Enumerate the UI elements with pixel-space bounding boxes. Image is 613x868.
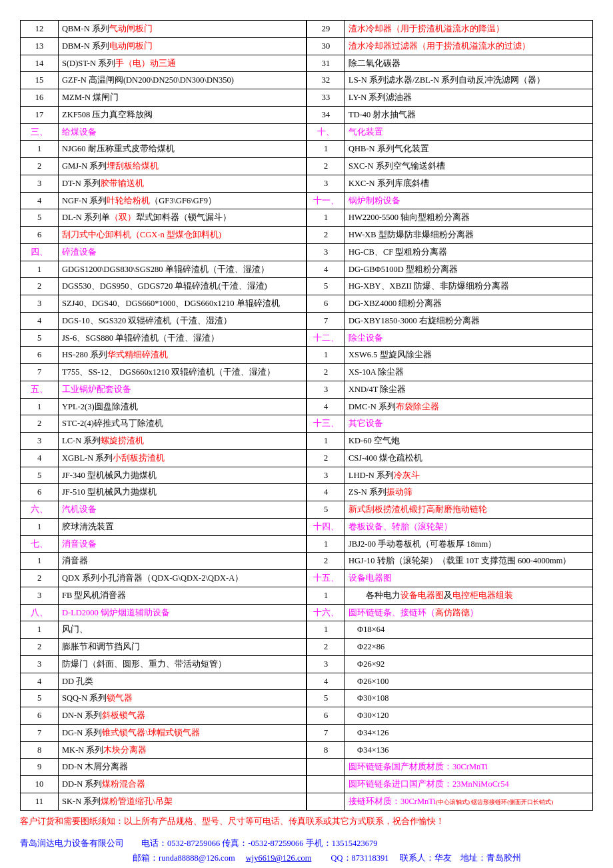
table-row: 十六、圆环链链条、接链环（高仿路德） bbox=[307, 604, 593, 621]
text-span: ZS-N 系列 bbox=[348, 487, 386, 497]
row-number: 5 bbox=[21, 209, 59, 227]
row-content: XGBL-N 系列小刮板捞渣机 bbox=[59, 449, 306, 467]
row-content: GZF-N 高温闸阀(DN200\DN250\DN300\DN350) bbox=[59, 72, 306, 89]
row-content: XND/4T 除尘器 bbox=[345, 381, 593, 398]
text-span: XND/4T 除尘器 bbox=[348, 385, 406, 394]
table-row: 6 Φ30×120 bbox=[307, 707, 593, 725]
table-row: 3SZJ40、DGS40、DGS660*1000、DGS660x1210 单辊碎… bbox=[21, 295, 306, 313]
row-number: 3 bbox=[307, 381, 345, 398]
row-content: D-LD2000 锅炉烟道辅助设备 bbox=[59, 604, 306, 621]
text-span: DL-N 系列单 bbox=[62, 213, 110, 222]
text-span: DBM-N 系列 bbox=[62, 41, 109, 51]
row-number: 3 bbox=[307, 243, 345, 261]
row-number bbox=[307, 793, 345, 810]
table-row: 1YPL-2(3)圆盘除渣机 bbox=[21, 398, 306, 415]
row-number: 4 bbox=[21, 192, 59, 209]
right-table: 29渣水冷却器（用于捞渣机溢流水的降温）30渣水冷却器过滤器（用于捞渣机溢流水的… bbox=[306, 20, 593, 811]
text-span: 客户订货和需要图纸须知：以上所有产品规格、型号、尺寸等可电话、传真联系或其它方式… bbox=[20, 817, 444, 826]
table-row: 15GZF-N 高温闸阀(DN200\DN250\DN300\DN350) bbox=[21, 72, 306, 89]
row-number: 2 bbox=[307, 227, 345, 244]
row-number: 四、 bbox=[21, 243, 59, 261]
text-span: 渣水冷却器过滤器（用于捞渣机溢流水的过滤） bbox=[348, 41, 530, 51]
row-content: ZKF508 压力真空释放阀 bbox=[59, 106, 306, 123]
row-number: 4 bbox=[307, 673, 345, 690]
row-content: 给煤设备 bbox=[59, 123, 306, 141]
email-link[interactable]: wjy6619@126.com bbox=[246, 853, 312, 863]
row-content: GDGS1200\DGS830\SGS280 单辊碎渣机（干渣、湿渣） bbox=[59, 261, 306, 278]
table-row: 2XS-10A 除尘器 bbox=[307, 364, 593, 381]
table-row: 17ZKF508 压力真空释放阀 bbox=[21, 106, 306, 123]
table-row: 1HW2200-5500 轴向型粗粉分离器 bbox=[307, 209, 593, 227]
row-content: GMJ-N 系列埋刮板给煤机 bbox=[59, 158, 306, 175]
row-content: TD-40 射水抽气器 bbox=[345, 106, 593, 123]
text-span: HW-XB 型防爆防非爆细粉分离器 bbox=[348, 230, 474, 239]
text-span: SXC-N 系列空气输送斜槽 bbox=[348, 161, 445, 171]
row-number: 6 bbox=[307, 707, 345, 725]
row-content: MK-N 系列木块分离器 bbox=[59, 741, 306, 759]
row-number: 5 bbox=[307, 501, 345, 519]
text-span: 膨胀节和调节挡风门 bbox=[62, 642, 140, 651]
table-row: 2HW-XB 型防爆防非爆细粉分离器 bbox=[307, 227, 593, 244]
table-row: 1 Φ18×64 bbox=[307, 621, 593, 639]
text-span: 振动筛 bbox=[386, 487, 412, 497]
row-content: XSW6.5 型旋风除尘器 bbox=[345, 347, 593, 364]
row-content: DD 孔类 bbox=[59, 673, 306, 690]
row-number: 6 bbox=[21, 707, 59, 725]
row-content: Φ26×100 bbox=[345, 673, 593, 690]
row-number: 3 bbox=[21, 295, 59, 313]
text-span: XSW6.5 型旋风除尘器 bbox=[348, 350, 432, 359]
row-number: 2 bbox=[21, 570, 59, 587]
row-number: 3 bbox=[21, 175, 59, 192]
row-content: QBM-N 系列气动闸板门 bbox=[59, 21, 306, 38]
table-row: 4NGF-N 系列叶轮给粉机（GF3\GF6\GF9） bbox=[21, 192, 306, 209]
row-content: DL-N 系列单（双）犁式卸料器（锁气漏斗） bbox=[59, 209, 306, 227]
row-number: 30 bbox=[307, 37, 345, 55]
text-span: （CGX-n 型煤仓卸料机) bbox=[131, 230, 221, 239]
footer-note: 客户订货和需要图纸须知：以上所有产品规格、型号、尺寸等可电话、传真联系或其它方式… bbox=[20, 815, 593, 828]
row-number: 11 bbox=[21, 793, 59, 810]
row-content: 渣水冷却器过滤器（用于捞渣机溢流水的过滤） bbox=[345, 37, 593, 55]
table-row: 4DD 孔类 bbox=[21, 673, 306, 690]
table-row: 1NJG60 耐压称重式皮带给煤机 bbox=[21, 141, 306, 158]
row-content: LHD-N 系列冷灰斗 bbox=[345, 467, 593, 484]
row-number: 14 bbox=[21, 55, 59, 72]
text-span: 防爆门（斜面、圆形、重力、带活动短管） bbox=[62, 659, 227, 669]
table-row: 1消音器 bbox=[21, 553, 306, 570]
row-number: 7 bbox=[21, 724, 59, 741]
table-row: 3XND/4T 除尘器 bbox=[307, 381, 593, 398]
row-number: 2 bbox=[307, 449, 345, 467]
row-number: 1 bbox=[307, 141, 345, 158]
text-span: S(D)ST-N 系列 bbox=[62, 59, 115, 68]
text-span: GMJ-N 系列 bbox=[62, 161, 107, 171]
text-span: JF-340 型机械风力抛煤机 bbox=[62, 471, 157, 480]
row-content: 渣水冷却器（用于捞渣机溢流水的降温） bbox=[345, 21, 593, 38]
row-number: 2 bbox=[307, 639, 345, 656]
text-span: QHB-N 系列气化装置 bbox=[348, 144, 429, 153]
table-row: 圆环链链条国产材质材质：30CrMnTi bbox=[307, 759, 593, 776]
row-number: 十二、 bbox=[307, 329, 345, 347]
text-span: 圆环链链条、接链环（ bbox=[348, 608, 435, 617]
row-content: SK-N 系列煤粉管道缩孔\吊架 bbox=[59, 793, 306, 810]
text-span: 电动闸板门 bbox=[109, 41, 153, 51]
text-span: DGS-10、SGS320 双辊碎渣机（干渣、湿渣） bbox=[62, 316, 232, 325]
row-number: 5 bbox=[21, 467, 59, 484]
row-number: 29 bbox=[307, 21, 345, 38]
row-number: 1 bbox=[21, 261, 59, 278]
row-content: DN-N 系列斜板锁气器 bbox=[59, 707, 306, 725]
table-row: 3DT-N 系列胶带输送机 bbox=[21, 175, 306, 192]
text-span: DGS530、DGS950、GDGS720 单辊碎渣机(干渣、湿渣) bbox=[62, 281, 267, 291]
row-number: 1 bbox=[307, 209, 345, 227]
row-number: 7 bbox=[307, 312, 345, 329]
table-row: 6刮刀式中心卸料机（CGX-n 型煤仓卸料机) bbox=[21, 227, 306, 244]
text-span: 其它设备 bbox=[348, 419, 383, 428]
table-row: 4ZS-N 系列振动筛 bbox=[307, 484, 593, 501]
table-row: 8 Φ34×136 bbox=[307, 741, 593, 759]
row-number: 1 bbox=[21, 398, 59, 415]
table-row: 十二、除尘设备 bbox=[307, 329, 593, 347]
row-number: 十六、 bbox=[307, 604, 345, 621]
row-number: 33 bbox=[307, 89, 345, 107]
text-span: Φ30×120 bbox=[348, 711, 388, 720]
row-content: HG-CB、CF 型粗粉分离器 bbox=[345, 243, 593, 261]
row-content: DG-N 系列锥式锁气器\球帽式锁气器 bbox=[59, 724, 306, 741]
text-span: DG-XBZ4000 细粉分离器 bbox=[348, 299, 442, 308]
